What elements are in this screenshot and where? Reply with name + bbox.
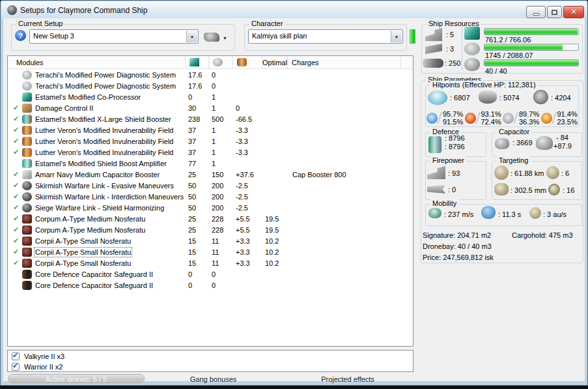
module-row[interactable]: Luther Veron's Modified Invulnerability … (8, 124, 413, 136)
module-type-icon (22, 281, 32, 290)
shield-hp-icon (428, 91, 447, 105)
turret-dps-value: : 93 (448, 169, 460, 177)
module-row[interactable]: Amarr Navy Medium Capacitor Booster 25 1… (8, 169, 413, 180)
price-value: Price: 247,569,812 isk (423, 253, 494, 261)
module-charges-value: Cap Booster 800 (288, 171, 401, 179)
module-type-icon (22, 93, 32, 102)
module-name: Luther Veron's Modified Invulnerability … (35, 137, 173, 145)
module-row[interactable]: Luther Veron's Modified Invulnerability … (8, 136, 413, 147)
setup-select[interactable]: New Setup 3 (29, 29, 199, 44)
character-select[interactable]: Kalmiya skill plan (248, 29, 403, 44)
resources-divider (462, 28, 462, 70)
module-row[interactable]: Estamel's Modified X-Large Shield Booste… (8, 113, 413, 124)
capacitor-column-header[interactable] (233, 56, 262, 68)
max-targets-icon (546, 166, 559, 179)
powergrid-column-header[interactable] (209, 56, 233, 68)
active-check-icon[interactable] (13, 182, 22, 189)
active-check-icon[interactable] (13, 215, 22, 222)
drone-label: Valkyrie II x3 (24, 353, 64, 360)
window-title: Setups for Claymore Command Ship (20, 6, 147, 15)
module-cap-value: +5.5 (233, 226, 262, 234)
cpu-column-header[interactable] (186, 56, 209, 68)
module-powergrid-value: 228 (209, 226, 233, 234)
module-row[interactable]: Corpum A-Type Medium Nosferatu 25 228 +5… (8, 224, 413, 235)
active-check-icon[interactable] (13, 149, 22, 156)
module-type-icon (22, 81, 32, 91)
active-check-icon[interactable] (13, 204, 22, 211)
drone-row[interactable]: Warrior II x2 (8, 362, 413, 372)
module-powergrid-value: 200 (209, 193, 233, 201)
module-cpu-value: 30 (186, 104, 209, 112)
active-check-icon[interactable] (13, 237, 22, 244)
chevron-down-icon[interactable] (391, 31, 402, 42)
module-row[interactable]: Core Defence Capacitor Safeguard II 0 0 (8, 268, 413, 280)
drone-label: Warrior II x2 (24, 363, 63, 371)
help-icon[interactable] (15, 30, 26, 41)
module-row[interactable]: Estamel's Modified Shield Boost Amplifie… (8, 158, 413, 169)
sensor-strength-value: : 16 (563, 186, 574, 194)
module-row[interactable]: Damage Control II 30 1 0 (8, 102, 413, 113)
modules-table: Modules Optimal Charges Terachi's Modifi… (7, 55, 413, 347)
calibration-value: : 250 (445, 59, 460, 67)
active-check-icon[interactable] (13, 126, 22, 134)
close-button[interactable] (563, 6, 584, 18)
module-name: Corpii A-Type Small Nosferatu (35, 259, 131, 267)
module-optimal-value: 10.2 (262, 237, 288, 245)
module-row[interactable]: Corpii A-Type Small Nosferatu 15 11 +3.3… (8, 246, 413, 257)
optimal-column-header[interactable]: Optimal (262, 56, 288, 68)
module-powergrid-value: 1 (209, 160, 233, 167)
cpu-icon (189, 58, 199, 66)
module-type-icon (22, 104, 32, 113)
chevron-down-icon[interactable] (186, 31, 197, 42)
module-row[interactable]: Corpum A-Type Medium Nosferatu 25 228 +5… (8, 213, 413, 224)
powergrid-icon (464, 42, 480, 55)
module-row[interactable]: Skirmish Warfare Link - Interdiction Man… (8, 191, 413, 202)
module-type-icon (22, 137, 32, 146)
module-row[interactable]: Siege Warfare Link - Shield Harmonizing … (8, 202, 413, 213)
drone-checkbox[interactable] (12, 353, 20, 360)
close-icon (570, 8, 576, 16)
resist-divider (475, 112, 481, 124)
active-check-icon[interactable] (13, 193, 22, 200)
module-row[interactable]: Luther Veron's Modified Invulnerability … (8, 147, 413, 158)
modules-column-header[interactable]: Modules (8, 56, 186, 68)
charges-column-header[interactable]: Charges (288, 56, 401, 68)
module-row[interactable]: Estamel's Modified Co-Processor 0 1 (8, 91, 413, 102)
module-row[interactable]: Skirmish Warfare Link - Evasive Maneuver… (8, 180, 413, 191)
module-cpu-value: 50 (186, 193, 209, 201)
active-check-icon[interactable] (13, 137, 22, 145)
module-row[interactable]: Corpii A-Type Small Nosferatu 15 11 +3.3… (8, 257, 413, 268)
module-row[interactable]: Terachi's Modified Power Diagnostic Syst… (8, 69, 413, 80)
character-label: Character (249, 20, 285, 27)
drone-bandwidth-value: 40 / 40 (485, 67, 507, 75)
module-row[interactable]: Corpii A-Type Small Nosferatu 15 11 +3.3… (8, 235, 413, 246)
active-check-icon[interactable] (13, 104, 22, 111)
active-check-icon[interactable] (13, 115, 22, 122)
calibration-icon (423, 59, 443, 68)
active-check-icon[interactable] (13, 259, 22, 267)
character-select-value: Kalmiya skill plan (252, 32, 389, 40)
powergrid-icon (213, 58, 223, 66)
module-cap-value: 0 (233, 104, 262, 112)
module-type-icon (22, 248, 32, 257)
active-check-icon[interactable] (13, 248, 22, 255)
scan-resolution-icon (494, 183, 509, 195)
maximize-button[interactable] (547, 6, 562, 18)
module-cap-value: -3.3 (233, 126, 262, 134)
ship-menu-button[interactable] (204, 29, 231, 44)
capacitor-label: Capacitor (497, 128, 531, 136)
active-check-icon[interactable] (13, 226, 22, 233)
launcher-hardpoints-value: : 3 (446, 45, 454, 53)
shield-tank-icon (428, 136, 441, 153)
drone-checkbox[interactable] (12, 363, 20, 371)
module-type-icon (22, 203, 32, 212)
active-check-icon[interactable] (13, 171, 22, 178)
minimize-button[interactable] (526, 6, 546, 18)
titlebar[interactable]: Setups for Claymore Command Ship (1, 1, 587, 18)
module-row[interactable]: Terachi's Modified Power Diagnostic Syst… (8, 80, 413, 91)
drone-row[interactable]: Valkyrie II x3 (8, 351, 413, 362)
module-row[interactable]: Core Defence Capacitor Safeguard II 0 0 (8, 280, 413, 291)
module-powergrid-value: 0 (209, 82, 233, 90)
resist-icon (427, 113, 438, 124)
skills-ok-indicator (410, 29, 415, 44)
